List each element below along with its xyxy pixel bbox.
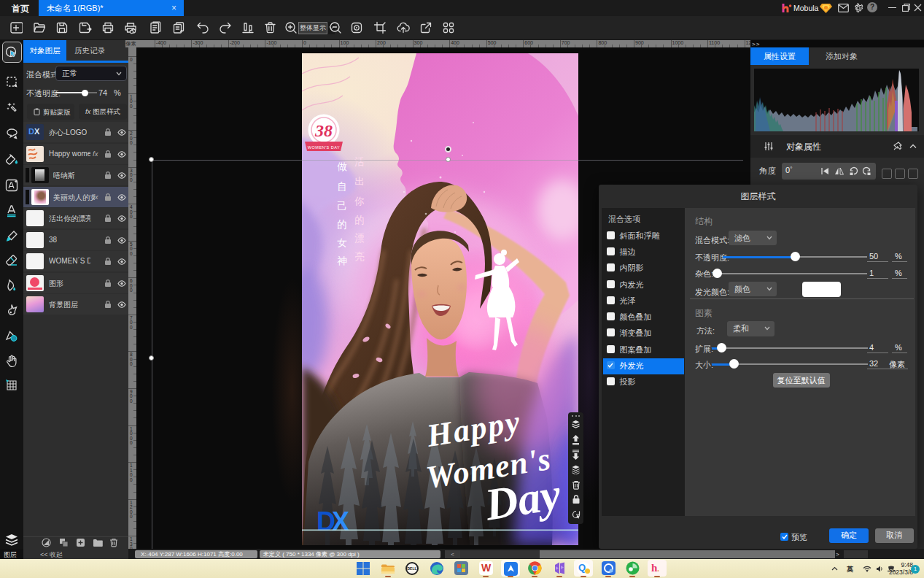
svg-text:己: 己 <box>337 201 347 212</box>
svg-text:38: 38 <box>314 121 333 140</box>
svg-text:自: 自 <box>337 181 347 192</box>
svg-text:亮: 亮 <box>354 251 365 262</box>
svg-text:做: 做 <box>337 161 347 172</box>
svg-text:漂: 漂 <box>354 233 365 244</box>
svg-text:的: 的 <box>354 215 365 226</box>
svg-text:的: 的 <box>337 219 347 230</box>
svg-text:DX: DX <box>317 506 349 536</box>
svg-text:出: 出 <box>354 176 365 187</box>
svg-text:活: 活 <box>354 156 365 167</box>
svg-text:WOMEN'S DAY: WOMEN'S DAY <box>308 145 340 150</box>
svg-text:女: 女 <box>337 237 347 248</box>
svg-text:神: 神 <box>337 255 347 266</box>
svg-text:你: 你 <box>354 196 365 207</box>
